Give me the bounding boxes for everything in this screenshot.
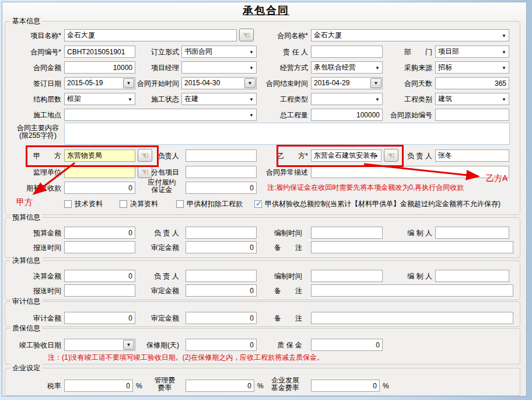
mgmt-fee-rate-unit: % — [257, 380, 264, 392]
department-combo[interactable]: 项目部▼ — [435, 46, 509, 58]
retention-money-input[interactable] — [311, 339, 383, 351]
mgmt-fee-rate-input[interactable] — [186, 380, 254, 392]
dev-fund-rate-label-line1: 企业发展 — [271, 376, 299, 384]
dev-fund-rate-input[interactable] — [311, 380, 380, 392]
procurement-source-combo[interactable]: 招标▼ — [435, 61, 509, 74]
budget-amount-label: 预算金额 — [16, 227, 61, 239]
checkbox-icon[interactable] — [120, 200, 127, 208]
final-remark-input[interactable] — [311, 284, 513, 297]
project-manager-label: 项目经理 — [140, 62, 179, 74]
subproject-label: 分包项目 — [146, 166, 179, 178]
final-approved-input[interactable] — [186, 284, 257, 297]
chevron-down-icon: ▼ — [249, 62, 254, 74]
final-remark-label: 备 注 — [260, 285, 302, 297]
contract-window: 承包合同 基本信息 项目名称* ☜ 合同名称* 金石大厦▼ 合同编号* 订立形式… — [0, 0, 532, 400]
project-name-input[interactable] — [64, 29, 237, 41]
location-label: 施工地点 — [16, 109, 61, 121]
location-combo[interactable]: ▼ — [64, 109, 257, 121]
bond-input[interactable] — [186, 182, 257, 194]
page-title: 承包合同 — [0, 4, 532, 18]
original-no-input[interactable] — [435, 109, 509, 121]
budget-remark-input[interactable] — [311, 241, 513, 253]
budget-person-input[interactable] — [186, 227, 257, 239]
party-b-highlight-box — [276, 145, 404, 167]
supervisor-label: 监理单位 — [16, 166, 61, 178]
final-amount-input[interactable] — [64, 270, 135, 282]
tax-rate-input[interactable] — [64, 380, 133, 392]
initial-received-input[interactable] — [64, 182, 135, 194]
contract-name-combo[interactable]: 金石大厦▼ — [311, 29, 509, 41]
project-name-pick-button[interactable]: ☜ — [239, 29, 254, 41]
project-class-value: 建筑 — [438, 95, 452, 103]
final-approved-label: 审定金额 — [140, 285, 179, 297]
construction-status-combo[interactable]: 在建▼ — [181, 93, 257, 105]
responsible-label: 责 任 人 — [260, 46, 308, 58]
contract-no-label: 合同编号* — [16, 46, 61, 58]
structure-floors-combo[interactable]: 框架▼ — [64, 93, 135, 105]
structure-floors-value: 框架 — [67, 95, 81, 103]
budget-compiler-input[interactable] — [435, 227, 509, 239]
checkbox-icon[interactable] — [64, 200, 72, 208]
final-person-input[interactable] — [186, 270, 257, 282]
group-enterprise-settings-legend: 企业设定 — [10, 363, 42, 373]
budget-amount-input[interactable] — [64, 227, 135, 239]
project-class-combo[interactable]: 建筑▼ — [435, 93, 509, 105]
party-a-highlight-box — [26, 145, 159, 167]
contract-no-input[interactable] — [64, 46, 135, 58]
budget-compile-time-input[interactable] — [311, 227, 383, 239]
bond-note: 注:履约保证金在收回时需要先将本项金额改为0,再执行合同收款 — [267, 183, 464, 193]
exception-label: 合同异常描述 — [260, 166, 308, 178]
budget-approved-input[interactable] — [186, 241, 257, 253]
checkbox-checked-icon[interactable] — [254, 200, 262, 208]
mgmt-fee-rate-label-line1: 管理费 — [155, 376, 176, 384]
quantity-label: 总工程量 — [260, 109, 308, 121]
subproject-input[interactable] — [186, 166, 257, 178]
contract-name-label: 合同名称* — [260, 30, 308, 41]
sign-date-picker[interactable]: 2015-05-19▼ — [64, 77, 135, 89]
responsible-input[interactable] — [311, 46, 383, 58]
project-manager-combo[interactable]: ▼ — [181, 61, 257, 74]
end-date-value: 2016-04-29 — [314, 79, 349, 87]
bond-label: 应付履约保证金 — [145, 179, 179, 194]
acceptance-date-picker[interactable]: ▼ — [64, 339, 135, 351]
checkbox-tech-docs[interactable]: 技术资料 — [64, 199, 103, 209]
final-compiler-input[interactable] — [435, 270, 509, 282]
start-date-label: 合同开始时间 — [134, 78, 179, 89]
final-submit-input[interactable] — [64, 284, 135, 297]
start-date-picker[interactable]: 2015-04-30▼ — [181, 77, 257, 89]
final-compile-time-input[interactable] — [311, 270, 383, 282]
tax-rate-label: 税率 — [16, 380, 61, 392]
contract-days-label: 合同天数 — [387, 78, 432, 89]
operation-mode-value: 承包联合经营 — [314, 63, 356, 71]
contract-amount-input[interactable] — [64, 61, 135, 74]
quantity-input[interactable] — [311, 109, 383, 121]
exception-input[interactable] — [311, 166, 509, 178]
start-date-value: 2015-04-30 — [184, 79, 220, 87]
checkbox-icon[interactable] — [176, 200, 184, 208]
audit-amount-input[interactable] — [64, 312, 135, 324]
audit-approved-input[interactable] — [186, 312, 257, 324]
checkbox-final-docs[interactable]: 决算资料 — [120, 199, 158, 209]
supervisor-input[interactable] — [64, 166, 135, 178]
end-date-picker[interactable]: 2016-04-29▼ — [311, 77, 383, 89]
operation-mode-combo[interactable]: 承包联合经营▼ — [311, 61, 383, 74]
audit-remark-input[interactable] — [311, 312, 513, 324]
construction-status-label: 施工状态 — [140, 93, 179, 105]
chevron-down-icon: ▼ — [249, 94, 254, 105]
budget-submit-input[interactable] — [64, 241, 135, 253]
main-content-textarea[interactable] — [64, 123, 510, 145]
contract-days-input[interactable] — [435, 77, 509, 89]
chevron-down-icon: ▼ — [502, 94, 506, 105]
final-compiler-label: 编 制 人 — [387, 270, 432, 282]
party-a-person-input[interactable] — [186, 149, 257, 162]
party-b-person-input[interactable] — [435, 149, 509, 162]
checkbox-material-total-control[interactable]: 甲供材验收总额控制(当累计【材料甲供单】金额超过约定金额将不允许保存) — [254, 199, 501, 209]
final-person-label: 负 责 人 — [140, 270, 179, 282]
warranty-period-input[interactable] — [186, 339, 257, 351]
form-type-combo[interactable]: 书面合同▼ — [181, 46, 257, 58]
chevron-down-icon: ▼ — [502, 47, 506, 58]
main-content-label-line1: 合同主要内容 — [17, 124, 59, 132]
project-type-combo[interactable]: ▼ — [311, 93, 383, 105]
checkbox-deduct-material[interactable]: 甲供材扣除工程款 — [176, 199, 243, 209]
sign-date-value: 2015-05-19 — [67, 79, 103, 87]
